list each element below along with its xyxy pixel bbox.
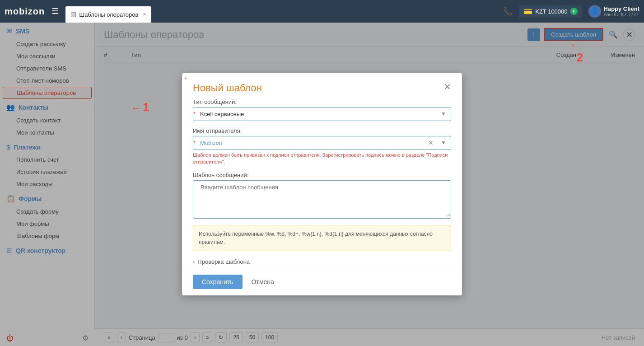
user-name: Happy Client	[604, 5, 639, 12]
modal-header: Новый шаблон ✕	[182, 73, 462, 98]
cancel-button[interactable]: Отмена	[252, 278, 274, 285]
app-logo: mobizon	[5, 6, 45, 17]
template-label: Шаблон сообщений:	[193, 172, 451, 178]
message-type-label: Тип сообщений:	[193, 98, 451, 105]
tab-operator-templates[interactable]: 🖼 Шаблоны операторов ×	[65, 6, 151, 23]
modal-body: Тип сообщений: * Kcell сервисные ▼ Имя о…	[182, 98, 462, 268]
check-template-toggle[interactable]: › Проверка шаблона	[193, 256, 451, 268]
user-menu[interactable]: 👤 Happy Client Ваш ID: KZ-7777	[588, 5, 639, 18]
modal-close-button[interactable]: ✕	[443, 82, 451, 91]
user-avatar: 👤	[588, 5, 601, 18]
navbar: mobizon ☰ 🖼 Шаблоны операторов × 📞 💳 KZT…	[0, 0, 644, 23]
balance-text: KZT 100000	[535, 8, 567, 15]
chevron-down-sender-icon: ▼	[436, 140, 451, 146]
hamburger-button[interactable]: ☰	[49, 4, 61, 19]
chevron-down-icon: ▼	[436, 111, 451, 117]
message-type-value: Kcell сервисные	[196, 108, 436, 121]
sender-hint: Шаблон должен быть привязан к подписи от…	[193, 152, 451, 166]
user-id: Ваш ID: KZ-7777	[604, 12, 639, 17]
modal-overlay[interactable]: Новый шаблон ✕ Тип сообщений: * Kcell се…	[0, 23, 644, 346]
modal-footer: Сохранить Отмена	[182, 268, 462, 295]
message-type-group: Тип сообщений: * Kcell сервисные ▼	[193, 98, 451, 121]
template-info-box: Используйте переменные %w, %d, %d+, %w{1…	[193, 225, 451, 251]
add-funds-button[interactable]: +	[570, 8, 578, 15]
navbar-right: 📞 💳 KZT 100000 + 👤 Happy Client Ваш ID: …	[503, 5, 639, 18]
chevron-right-icon: ›	[193, 258, 195, 265]
phone-icon[interactable]: 📞	[503, 6, 513, 16]
tab-icon: 🖼	[71, 11, 76, 18]
new-template-modal: Новый шаблон ✕ Тип сообщений: * Kcell се…	[182, 73, 462, 296]
sender-name-input[interactable]: * Mobizon ✕ ▼	[193, 136, 451, 150]
message-type-select[interactable]: * Kcell сервисные ▼	[193, 107, 451, 121]
template-textarea[interactable]	[193, 181, 451, 217]
clear-sender-icon[interactable]: ✕	[425, 139, 436, 146]
save-button[interactable]: Сохранить	[193, 275, 243, 289]
check-template-label: Проверка шаблона	[197, 258, 250, 265]
tab-title: Шаблоны операторов	[79, 11, 138, 18]
tab-close-button[interactable]: ×	[143, 11, 146, 18]
sender-name-label: Имя отправителя:	[193, 127, 451, 134]
template-textarea-wrapper: *	[193, 180, 451, 219]
card-icon: 💳	[523, 7, 532, 16]
sender-name-value: Mobizon	[196, 136, 425, 150]
balance-widget[interactable]: 💳 KZT 100000 +	[519, 5, 582, 18]
sender-name-group: Имя отправителя: * Mobizon ✕ ▼ Шаблон до…	[193, 127, 451, 166]
modal-title: Новый шаблон	[193, 82, 262, 94]
template-group: Шаблон сообщений: *	[193, 172, 451, 219]
